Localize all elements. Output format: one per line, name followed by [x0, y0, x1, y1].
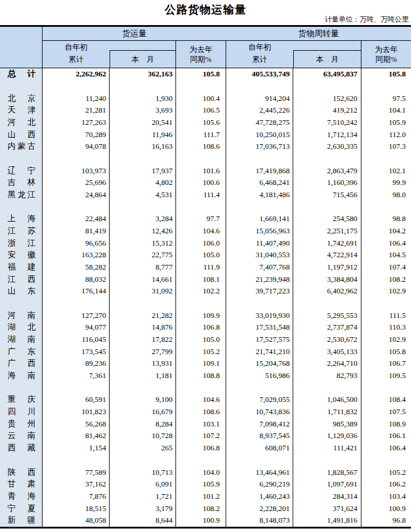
- value-cell: 14,661: [110, 273, 176, 285]
- value-cell: 21,239,948: [226, 273, 293, 285]
- value-cell: 15,204,768: [226, 358, 293, 370]
- row-label: 四川: [0, 406, 43, 418]
- value-cell: 108.2: [361, 273, 411, 285]
- value-cell: 100.9: [176, 514, 226, 527]
- value-cell: 4,802: [110, 177, 176, 189]
- value-cell: [176, 201, 226, 213]
- row-label: 甘肃: [0, 478, 43, 491]
- value-cell: 109.1: [176, 358, 226, 370]
- value-cell: 2,630,335: [293, 141, 361, 153]
- table-row: 云南81,46210,728107.28,937,5451,129,036106…: [0, 430, 411, 442]
- header-yoy-line2: 同期%: [375, 54, 397, 64]
- table-row: 海南7,3611,181108.8516,98682,793109.5: [0, 370, 411, 382]
- label-char: 京: [27, 93, 36, 104]
- label-char: 安: [8, 250, 16, 260]
- row-label: [0, 454, 43, 467]
- table-row: 青海7,8761,721101.21,460,243284,314103.4: [0, 491, 411, 503]
- value-cell: [226, 454, 293, 467]
- value-cell: 8,148,073: [226, 514, 293, 527]
- label-char: 福: [8, 262, 16, 272]
- value-cell: [361, 382, 411, 394]
- value-cell: 163,228: [43, 249, 110, 261]
- label-char: 吉: [8, 177, 16, 188]
- value-cell: 108.6: [176, 141, 226, 153]
- table-row: 四川101,82316,679108.610,743,8361,711,8321…: [0, 406, 411, 418]
- label-char: 西: [8, 443, 16, 453]
- value-cell: 21,282: [110, 309, 176, 321]
- row-label: 黑龙江: [0, 189, 43, 201]
- value-cell: 102.9: [361, 334, 411, 346]
- value-cell: 1,491,816: [293, 514, 361, 527]
- value-cell: [293, 201, 361, 213]
- value-cell: 362,163: [110, 68, 176, 80]
- value-cell: 8,644: [110, 514, 176, 527]
- table-body: 总计2,262,962362,163105.8405,533,74963,495…: [0, 68, 411, 527]
- table-row: 陕西77,58910,713104.013,464,9611,828,56710…: [0, 466, 411, 478]
- value-cell: 98.0: [361, 189, 411, 201]
- value-cell: [226, 80, 293, 93]
- table-row: 宁夏18,5153,179108.22,228,201371,624100.9: [0, 502, 411, 514]
- value-cell: 715,456: [293, 189, 361, 201]
- value-cell: 17,822: [110, 334, 176, 346]
- value-cell: 104.0: [176, 466, 226, 478]
- value-cell: [293, 80, 361, 93]
- row-label: 吉林: [0, 177, 43, 189]
- value-cell: 101.2: [176, 491, 226, 503]
- value-cell: [43, 201, 110, 213]
- value-cell: 24,864: [43, 189, 110, 201]
- value-cell: 1,046,500: [293, 394, 361, 406]
- value-cell: 105.9: [361, 117, 411, 129]
- label-char: 西: [27, 274, 36, 285]
- header-yoy-line1: 为去年: [189, 44, 212, 54]
- table-row: 内蒙古94,07816,163108.617,036,7132,630,3351…: [0, 141, 411, 153]
- row-label-text: 湖南: [8, 334, 36, 345]
- value-cell: 98.8: [361, 213, 411, 225]
- row-label: 山东: [0, 285, 43, 298]
- value-cell: 17,527,575: [226, 334, 293, 346]
- value-cell: 10,728: [110, 430, 176, 442]
- label-char: 广: [8, 358, 16, 369]
- label-char: 西: [27, 358, 36, 369]
- label-char: 宁: [8, 503, 16, 514]
- value-cell: 31,092: [110, 285, 176, 298]
- value-cell: 284,314: [293, 491, 361, 503]
- value-cell: 22,484: [43, 213, 110, 225]
- label-char: 西: [27, 130, 36, 140]
- row-label: 辽宁: [0, 164, 43, 177]
- value-cell: 16,679: [110, 406, 176, 418]
- value-cell: [176, 298, 226, 310]
- table-row: 总计2,262,962362,163105.8405,533,74963,495…: [0, 68, 411, 80]
- value-cell: 103,973: [43, 164, 110, 177]
- label-char: 苏: [27, 226, 36, 236]
- row-label: 新疆: [0, 514, 43, 527]
- value-cell: 105.9: [176, 478, 226, 491]
- value-cell: 8,937,545: [226, 430, 293, 442]
- label-char: 计: [27, 69, 36, 79]
- row-label-text: 云南: [8, 430, 36, 441]
- label-char: 浙: [8, 238, 16, 249]
- value-cell: 1,930: [110, 92, 176, 104]
- value-cell: 16,163: [110, 141, 176, 153]
- value-cell: 7,029,055: [226, 394, 293, 406]
- row-label: 总计: [0, 68, 43, 80]
- value-cell: 1,097,691: [293, 478, 361, 491]
- row-label: 陕西: [0, 466, 43, 478]
- row-label-text: 山西: [8, 130, 36, 140]
- value-cell: 6,468,241: [226, 177, 293, 189]
- label-char: 州: [27, 419, 36, 429]
- row-label: [0, 298, 43, 310]
- value-cell: [361, 80, 411, 93]
- label-char: 青: [8, 491, 16, 502]
- label-char: 广: [8, 346, 16, 357]
- table-row: 广东173,54527,799105.221,741,2103,405,1331…: [0, 345, 411, 358]
- row-label-text: 甘肃: [8, 479, 36, 489]
- label-char: 河: [8, 310, 16, 321]
- value-cell: 985,389: [293, 418, 361, 430]
- label-char: 川: [27, 407, 36, 417]
- label-char: 建: [27, 262, 36, 272]
- value-cell: [361, 454, 411, 467]
- row-label: [0, 382, 43, 394]
- value-cell: 111,421: [293, 442, 361, 454]
- row-label-text: 四川: [8, 407, 36, 417]
- value-cell: 106.4: [361, 237, 411, 249]
